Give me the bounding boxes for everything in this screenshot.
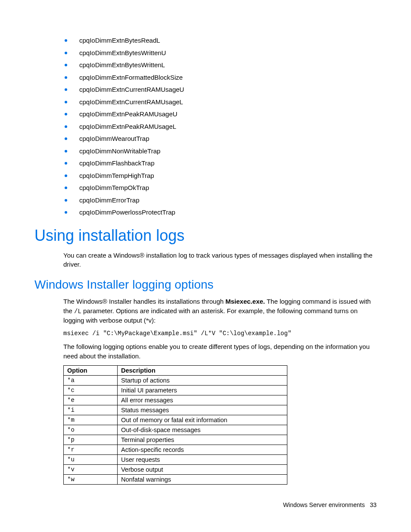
- table-row: *iStatus messages: [64, 405, 287, 415]
- list-item-label: cpqIoDimmExtnBytesWrittenL: [79, 59, 165, 72]
- options-intro-paragraph: The following logging options enable you…: [63, 342, 377, 361]
- bullet-icon: [65, 125, 67, 128]
- list-item-label: cpqIoDimmNonWritableTrap: [79, 145, 160, 158]
- list-item-label: cpqIoDimmExtnCurrentRAMUsageL: [79, 96, 183, 109]
- bullet-icon: [65, 150, 67, 152]
- intro-paragraph: You can create a Windows® installation l…: [63, 251, 377, 270]
- table-row: *rAction-specific records: [64, 445, 287, 454]
- list-item-label: cpqIoDimmExtnBytesReadL: [79, 34, 160, 47]
- bullet-icon: [65, 137, 67, 140]
- cell-description: All error messages: [118, 395, 287, 405]
- table-row: *cInitial UI parameters: [64, 385, 287, 395]
- logging-options-table: Option Description *aStartup of actions*…: [63, 365, 287, 485]
- table-row: *vVerbose output: [64, 464, 287, 474]
- cell-option: *v: [64, 464, 118, 474]
- heading-installation-logs: Using installation logs: [34, 227, 377, 245]
- page-footer: Windows Server environments 33: [283, 501, 377, 508]
- table-row: *pTerminal properties: [64, 435, 287, 445]
- cell-option: *e: [64, 395, 118, 405]
- bullet-icon: [65, 187, 67, 189]
- list-item: cpqIoDimmErrorTrap: [65, 194, 377, 207]
- th-option: Option: [64, 365, 118, 375]
- heading-logging-options: Windows Installer logging options: [34, 278, 377, 292]
- bullet-icon: [65, 39, 67, 42]
- list-item: cpqIoDimmExtnFormattedBlockSize: [65, 72, 377, 84]
- cell-option: *m: [64, 415, 118, 425]
- code-block: msiexec /i "C:\MyPackage\Example.msi" /L…: [63, 330, 377, 338]
- list-item: cpqIoDimmPowerlossProtectTrap: [65, 206, 377, 219]
- list-item-label: cpqIoDimmExtnBytesWrittenU: [79, 47, 166, 59]
- cell-description: Status messages: [118, 405, 287, 415]
- table-row: *aStartup of actions: [64, 375, 287, 385]
- list-item: cpqIoDimmExtnBytesReadL: [65, 34, 377, 47]
- cell-description: Nonfatal warnings: [118, 474, 287, 484]
- cell-description: Out of memory or fatal exit information: [118, 415, 287, 425]
- list-item: cpqIoDimmExtnCurrentRAMUsageL: [65, 96, 377, 109]
- list-item-label: cpqIoDimmErrorTrap: [79, 194, 139, 207]
- list-item: cpqIoDimmExtnBytesWrittenU: [65, 47, 377, 59]
- list-item-label: cpqIoDimmExtnPeakRAMUsageL: [79, 121, 176, 133]
- list-item-label: cpqIoDimmTempHighTrap: [79, 170, 154, 182]
- cell-option: *r: [64, 445, 118, 454]
- bullet-icon: [65, 52, 67, 54]
- list-item-label: cpqIoDimmWearoutTrap: [79, 133, 149, 145]
- table-row: *oOut-of-disk-space messages: [64, 425, 287, 435]
- cell-option: *o: [64, 425, 118, 435]
- cell-description: User requests: [118, 454, 287, 464]
- list-item: cpqIoDimmWearoutTrap: [65, 133, 377, 145]
- cell-option: *u: [64, 454, 118, 464]
- cell-description: Out-of-disk-space messages: [118, 425, 287, 435]
- bullet-icon: [65, 76, 67, 79]
- cell-description: Terminal properties: [118, 435, 287, 445]
- list-item: cpqIoDimmExtnPeakRAMUsageU: [65, 108, 377, 121]
- cell-description: Startup of actions: [118, 375, 287, 385]
- list-item: cpqIoDimmExtnPeakRAMUsageL: [65, 121, 377, 133]
- bullet-icon: [65, 64, 67, 66]
- cell-option: *i: [64, 405, 118, 415]
- list-item: cpqIoDimmFlashbackTrap: [65, 157, 377, 170]
- list-item-label: cpqIoDimmExtnFormattedBlockSize: [79, 72, 183, 84]
- cell-option: *c: [64, 385, 118, 395]
- cell-description: Verbose output: [118, 464, 287, 474]
- list-item: cpqIoDimmExtnCurrentRAMUsageU: [65, 84, 377, 96]
- list-item-label: cpqIoDimmExtnCurrentRAMUsageU: [79, 84, 184, 96]
- bullet-icon: [65, 101, 67, 103]
- cell-option: *p: [64, 435, 118, 445]
- list-item: cpqIoDimmTempOkTrap: [65, 182, 377, 194]
- list-item: cpqIoDimmExtnBytesWrittenL: [65, 59, 377, 72]
- th-description: Description: [118, 365, 287, 375]
- table-row: *eAll error messages: [64, 395, 287, 405]
- cell-option: *w: [64, 474, 118, 484]
- list-item: cpqIoDimmNonWritableTrap: [65, 145, 377, 158]
- bullet-icon: [65, 199, 67, 202]
- cell-description: Action-specific records: [118, 445, 287, 454]
- bullet-icon: [65, 162, 67, 165]
- table-row: *uUser requests: [64, 454, 287, 464]
- list-item-label: cpqIoDimmFlashbackTrap: [79, 157, 155, 170]
- list-item: cpqIoDimmTempHighTrap: [65, 170, 377, 182]
- bullet-list: cpqIoDimmExtnBytesReadLcpqIoDimmExtnByte…: [65, 34, 377, 219]
- bullet-icon: [65, 211, 67, 214]
- msiexec-paragraph: The Windows® Installer handles its insta…: [63, 297, 377, 325]
- bullet-icon: [65, 174, 67, 177]
- list-item-label: cpqIoDimmExtnPeakRAMUsageU: [79, 108, 177, 121]
- list-item-label: cpqIoDimmPowerlossProtectTrap: [79, 206, 175, 219]
- list-item-label: cpqIoDimmTempOkTrap: [79, 182, 149, 194]
- table-row: *wNonfatal warnings: [64, 474, 287, 484]
- bullet-icon: [65, 113, 67, 115]
- cell-option: *a: [64, 375, 118, 385]
- table-row: *mOut of memory or fatal exit informatio…: [64, 415, 287, 425]
- bullet-icon: [65, 88, 67, 91]
- cell-description: Initial UI parameters: [118, 385, 287, 395]
